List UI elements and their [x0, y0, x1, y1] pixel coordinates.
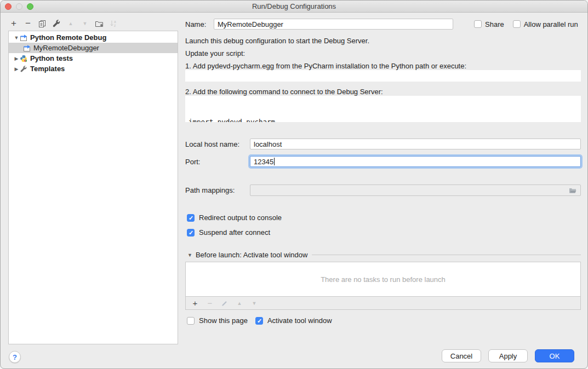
- browse-folder-icon[interactable]: [568, 186, 577, 195]
- expand-arrow-icon[interactable]: ▼: [13, 35, 20, 41]
- allow-parallel-run-checkbox[interactable]: [513, 20, 521, 28]
- redirect-output-row[interactable]: Redirect output to console: [187, 214, 581, 222]
- plus-icon: +: [193, 299, 198, 307]
- section-divider: [312, 255, 581, 255]
- empty-tasks-text: There are no tasks to run before launch: [321, 275, 446, 284]
- svg-text:a: a: [114, 20, 116, 24]
- text-caret: [274, 158, 275, 165]
- local-host-input[interactable]: localhost: [250, 139, 581, 149]
- new-folder-button[interactable]: [95, 19, 104, 28]
- configuration-form: Name: MyRemoteDebugger Share Allow paral…: [185, 13, 581, 363]
- suspend-after-connect-row[interactable]: Suspend after connect: [187, 228, 581, 237]
- ok-button[interactable]: OK: [535, 349, 574, 362]
- python-tests-icon: [20, 55, 27, 62]
- intro-line-2: Update your script:: [185, 49, 581, 57]
- before-launch-toolbar: + − ▲ ▼: [185, 297, 581, 310]
- configurations-toolbar: + − ▲ ▼ a z: [9, 17, 118, 30]
- apply-button[interactable]: Apply: [488, 349, 528, 362]
- remove-configuration-button[interactable]: −: [24, 19, 32, 28]
- wrench-icon: [52, 19, 61, 28]
- settrace-code-block: import pydevd_pycharm pydevd_pycharm.set…: [185, 96, 581, 122]
- add-configuration-button[interactable]: +: [9, 19, 18, 28]
- collapse-arrow-icon[interactable]: ▶: [13, 66, 20, 72]
- move-up-icon: ▲: [237, 301, 242, 306]
- step1-text: 1. Add pydevd-pycharm.egg from the PyCha…: [185, 62, 581, 70]
- svg-text:z: z: [114, 24, 116, 27]
- question-mark-icon: ?: [13, 353, 17, 361]
- titlebar[interactable]: Run/Debug Configurations: [1, 1, 587, 13]
- move-task-down-button[interactable]: ▼: [250, 299, 258, 307]
- tree-item-python-tests[interactable]: ▶ Python tests: [9, 53, 178, 64]
- before-launch-task-list[interactable]: There are no tasks to run before launch: [185, 262, 581, 297]
- edit-defaults-button[interactable]: [52, 19, 61, 28]
- collapse-arrow-icon[interactable]: ▶: [13, 56, 20, 61]
- path-mappings-label: Path mappings:: [185, 186, 250, 194]
- remove-task-button[interactable]: −: [206, 299, 214, 307]
- tree-item-label: Python Remote Debug: [30, 33, 106, 42]
- move-down-icon: ▼: [252, 301, 257, 306]
- intro-line-1: Launch this debug configuration to start…: [185, 37, 581, 45]
- new-folder-icon: [95, 19, 104, 28]
- window-title: Run/Debug Configurations: [252, 2, 336, 10]
- activate-tool-window-checkbox[interactable]: [255, 317, 263, 325]
- tree-item-myremotedebugger[interactable]: MyRemoteDebugger: [9, 43, 178, 53]
- show-this-page-label: Show this page: [199, 316, 248, 325]
- minus-icon: −: [208, 299, 213, 307]
- before-launch-header[interactable]: ▼ Before launch: Activate tool window: [185, 251, 581, 259]
- show-this-page-checkbox[interactable]: [187, 317, 195, 325]
- templates-wrench-icon: [20, 65, 27, 73]
- move-down-icon: ▼: [83, 21, 88, 26]
- page-options-row: Show this page Activate tool window: [187, 316, 581, 325]
- before-launch-title: Before launch: Activate tool window: [196, 251, 308, 259]
- copy-icon: [38, 19, 47, 28]
- port-input[interactable]: 12345: [250, 156, 581, 167]
- allow-parallel-run-label: Allow parallel run: [524, 20, 578, 28]
- port-row: Port: 12345: [185, 156, 581, 167]
- path-mappings-input[interactable]: [250, 184, 581, 196]
- minus-icon: −: [25, 19, 31, 28]
- cancel-button[interactable]: Cancel: [442, 349, 481, 362]
- tree-item-python-remote-debug[interactable]: ▼ Python Remote Debug: [9, 32, 178, 43]
- zoom-window-button[interactable]: [27, 3, 33, 10]
- share-label: Share: [485, 20, 504, 28]
- edit-task-button[interactable]: [221, 299, 229, 307]
- code-line-1: import pydevd_pycharm: [189, 117, 578, 122]
- suspend-after-connect-label: Suspend after connect: [199, 228, 270, 237]
- share-checkbox[interactable]: [474, 20, 482, 28]
- move-up-button[interactable]: ▲: [66, 19, 75, 28]
- local-host-label: Local host name:: [185, 140, 250, 148]
- redirect-output-checkbox[interactable]: [187, 214, 195, 222]
- dialog-buttons: Cancel Apply OK: [442, 349, 574, 362]
- close-window-button[interactable]: [5, 3, 12, 10]
- collapse-section-icon[interactable]: ▼: [187, 252, 192, 258]
- copy-configuration-button[interactable]: [38, 19, 47, 28]
- sort-configurations-button[interactable]: a z: [109, 19, 118, 28]
- move-down-button[interactable]: ▼: [81, 19, 89, 28]
- sort-alphabetically-icon: a z: [109, 19, 118, 28]
- suspend-after-connect-checkbox[interactable]: [187, 229, 195, 237]
- name-label: Name:: [185, 20, 214, 28]
- activate-tool-window-label: Activate tool window: [267, 316, 332, 325]
- move-task-up-button[interactable]: ▲: [236, 299, 243, 307]
- tree-item-label: Templates: [30, 65, 65, 73]
- tree-item-templates[interactable]: ▶ Templates: [9, 64, 178, 74]
- tree-item-label: Python tests: [30, 54, 73, 62]
- plus-icon: +: [11, 19, 16, 28]
- configurations-tree: ▼ Python Remote Debug MyRemoteDebugger ▶: [8, 31, 178, 344]
- minimize-window-button[interactable]: [16, 3, 22, 10]
- name-input[interactable]: MyRemoteDebugger: [214, 19, 453, 30]
- window-controls: [5, 3, 33, 10]
- help-button[interactable]: ?: [9, 351, 21, 363]
- add-task-button[interactable]: +: [191, 299, 199, 307]
- remote-debug-icon: [23, 44, 31, 52]
- local-host-row: Local host name: localhost: [185, 139, 581, 149]
- step2-text: 2. Add the following command to connect …: [185, 88, 581, 96]
- remote-debug-icon: [20, 34, 27, 42]
- tree-item-label: MyRemoteDebugger: [33, 44, 99, 52]
- pencil-icon: [221, 299, 229, 307]
- pip-install-code-block: pip install pydevd-pycharm~=191.6605.12: [185, 70, 581, 82]
- port-label: Port:: [185, 158, 250, 166]
- path-mappings-row: Path mappings:: [185, 184, 581, 196]
- move-up-icon: ▲: [68, 21, 73, 26]
- name-row: Name: MyRemoteDebugger Share Allow paral…: [185, 19, 581, 30]
